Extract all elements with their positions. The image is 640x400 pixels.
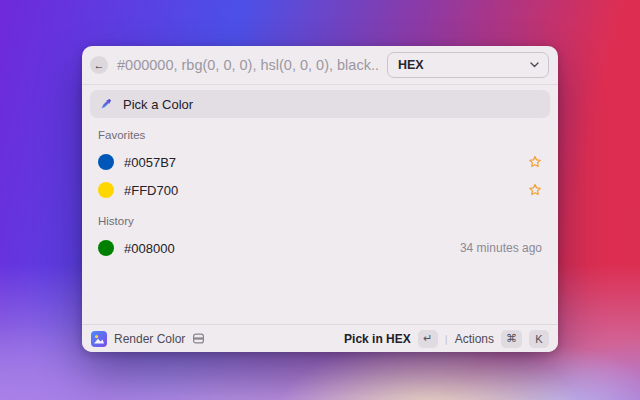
- primary-action-label: Pick in HEX: [344, 332, 411, 346]
- history-timestamp: 34 minutes ago: [460, 241, 542, 255]
- history-row-008000[interactable]: #008000 34 minutes ago: [90, 234, 550, 262]
- favorite-row-ffd700[interactable]: #FFD700: [90, 176, 550, 204]
- history-section-title: History: [98, 215, 550, 227]
- action-bar: Render Color Pick in HEX ↵ | Actions ⌘ K: [82, 324, 558, 352]
- color-swatch: [98, 154, 114, 170]
- desktop-wallpaper: { "header": { "back_icon": "←", "search_…: [0, 0, 640, 400]
- chevron-down-icon: [530, 62, 539, 68]
- return-keycap[interactable]: ↵: [418, 330, 438, 348]
- favorites-section-title: Favorites: [98, 129, 550, 141]
- color-hex-label: #0057B7: [124, 155, 176, 170]
- color-swatch: [98, 240, 114, 256]
- color-hex-label: #FFD700: [124, 183, 178, 198]
- format-dropdown-value: HEX: [398, 58, 424, 72]
- actions-label[interactable]: Actions: [455, 332, 494, 346]
- window-header: ← HEX: [82, 46, 558, 84]
- action-bar-right: Pick in HEX ↵ | Actions ⌘ K: [344, 330, 549, 348]
- result-list: Pick a Color Favorites #0057B7 #FFD700: [82, 85, 558, 324]
- k-keycap[interactable]: K: [529, 330, 549, 348]
- color-picker-window: ← HEX Pi: [82, 46, 558, 352]
- footer-separator: |: [445, 333, 448, 345]
- format-dropdown[interactable]: HEX: [387, 52, 549, 78]
- command-name: Render Color: [114, 332, 185, 346]
- search-input[interactable]: [117, 57, 378, 73]
- color-swatch: [98, 182, 114, 198]
- pick-a-color-item[interactable]: Pick a Color: [90, 90, 550, 118]
- favorite-row-0057b7[interactable]: #0057B7: [90, 148, 550, 176]
- eyedropper-icon: [98, 97, 113, 112]
- back-arrow-icon: ←: [94, 59, 105, 71]
- pick-a-color-label: Pick a Color: [123, 97, 193, 112]
- favorite-star-icon[interactable]: [528, 155, 542, 169]
- back-button[interactable]: ←: [90, 56, 108, 74]
- color-hex-label: #008000: [124, 241, 175, 256]
- printer-icon: [192, 332, 205, 345]
- extension-app-icon: [91, 331, 107, 347]
- favorite-star-icon[interactable]: [528, 183, 542, 197]
- cmd-keycap[interactable]: ⌘: [501, 330, 522, 348]
